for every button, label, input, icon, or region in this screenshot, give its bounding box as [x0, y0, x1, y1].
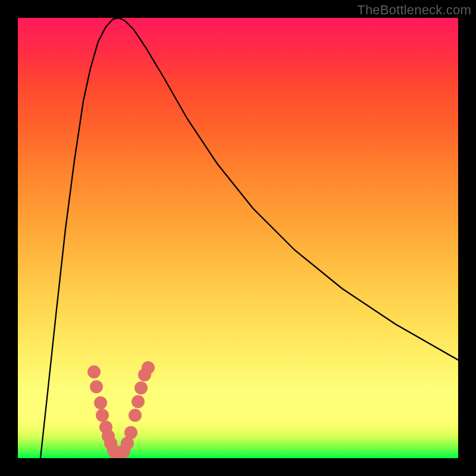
curve-layer — [18, 18, 458, 458]
data-point-marker — [96, 409, 109, 422]
data-point-marker — [90, 380, 103, 393]
data-point-marker — [94, 396, 107, 409]
curve-left-branch — [40, 18, 119, 458]
data-point-marker — [134, 381, 148, 394]
chart-frame: TheBottleneck.com — [0, 0, 476, 476]
data-point-marker-group — [87, 361, 155, 458]
data-point-marker — [131, 395, 145, 408]
data-point-marker — [124, 426, 137, 439]
data-point-marker — [129, 409, 142, 422]
data-point-marker — [87, 365, 101, 378]
watermark-text: TheBottleneck.com — [357, 2, 471, 18]
curve-right-branch — [119, 18, 458, 360]
plot-area — [18, 18, 458, 458]
data-point-marker — [142, 361, 155, 374]
